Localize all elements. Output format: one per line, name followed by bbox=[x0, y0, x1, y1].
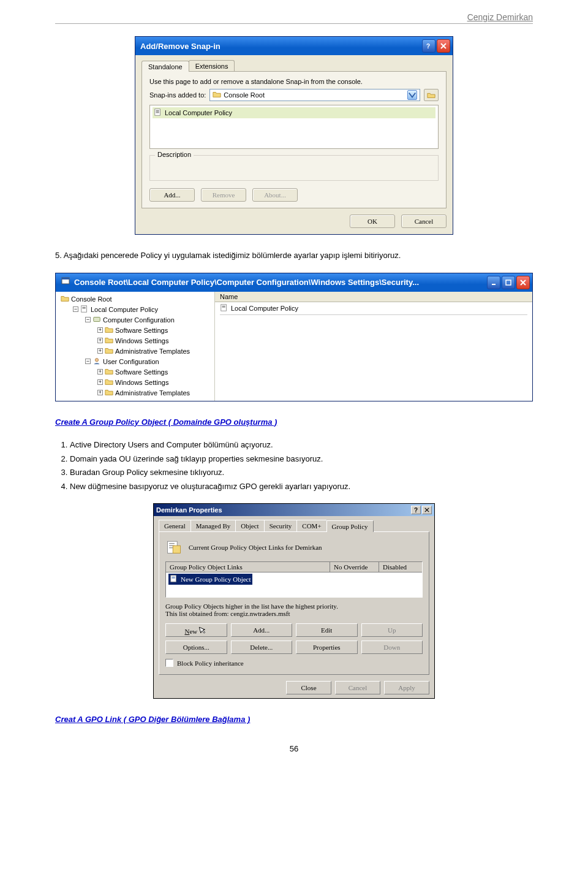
tree-user-configuration[interactable]: − User Configuration bbox=[58, 357, 214, 367]
gpo-links-caption: Current Group Policy Object Links for De… bbox=[189, 544, 322, 551]
paragraph-step5: 5. Aşağıdaki pencerede Policy yi uygulam… bbox=[55, 249, 533, 262]
tree-label: Software Settings bbox=[115, 368, 168, 376]
edit-button[interactable]: Edit bbox=[296, 623, 358, 637]
tree-admin-templates-user[interactable]: + Administrative Templates bbox=[58, 388, 214, 398]
collapse-icon[interactable]: − bbox=[73, 306, 78, 312]
snapins-combo[interactable]: Console Root bbox=[209, 89, 420, 101]
policy-icon bbox=[154, 108, 162, 118]
config-icon bbox=[92, 357, 101, 367]
expand-icon[interactable]: + bbox=[97, 369, 103, 374]
down-button[interactable]: Down bbox=[361, 641, 423, 654]
tab-standalone[interactable]: Standalone bbox=[141, 61, 189, 72]
new-button[interactable]: New bbox=[165, 623, 227, 637]
ok-button[interactable]: OK bbox=[350, 215, 395, 228]
tree-windows-settings[interactable]: + Windows Settings bbox=[58, 336, 214, 346]
tab-extensions[interactable]: Extensions bbox=[189, 60, 235, 71]
tree-software-settings-user[interactable]: + Software Settings bbox=[58, 367, 214, 378]
tab-complus[interactable]: COM+ bbox=[296, 520, 326, 531]
about-button[interactable]: About... bbox=[252, 188, 298, 202]
mmc-titlebar[interactable]: Console Root\Local Computer Policy\Compu… bbox=[56, 273, 532, 292]
cursor-icon bbox=[198, 624, 209, 636]
add-button[interactable]: Add... bbox=[149, 188, 195, 202]
list-item[interactable]: Local Computer Policy bbox=[153, 107, 435, 118]
checkbox-label: Block Policy inheritance bbox=[177, 660, 244, 667]
gpo-row-label: New Group Policy Object bbox=[181, 576, 251, 583]
expand-icon[interactable]: + bbox=[97, 338, 103, 343]
tree-label: Computer Configuration bbox=[103, 316, 175, 324]
priority-note-2: This list obtained from: cengiz.nwtrader… bbox=[165, 610, 423, 617]
close-button[interactable] bbox=[516, 276, 530, 289]
snapins-label: Snap-ins added to: bbox=[149, 91, 206, 99]
tree-local-computer-policy[interactable]: − Local Computer Policy bbox=[58, 305, 214, 315]
minimize-button[interactable] bbox=[487, 276, 500, 289]
list-column-name[interactable]: Name bbox=[215, 292, 532, 302]
step-item: Active Directory Users and Computer bölü… bbox=[70, 439, 533, 451]
tab-managed-by[interactable]: Managed By bbox=[190, 520, 236, 531]
svg-rect-11 bbox=[171, 576, 176, 582]
add-button[interactable]: Add... bbox=[231, 623, 293, 637]
tree-admin-templates[interactable]: + Administrative Templates bbox=[58, 346, 214, 357]
policy-icon bbox=[80, 305, 89, 314]
help-button[interactable]: ? bbox=[411, 506, 421, 514]
tree-windows-settings-user[interactable]: + Windows Settings bbox=[58, 378, 214, 388]
cancel-button[interactable]: Cancel bbox=[335, 681, 380, 694]
heading-gpo-link: Creat A GPO Link ( GPO Diğer Bölümlere B… bbox=[55, 715, 250, 724]
col-no-override[interactable]: No Override bbox=[330, 562, 379, 572]
apply-button[interactable]: Apply bbox=[384, 681, 429, 694]
collapse-icon[interactable]: − bbox=[85, 317, 91, 322]
browse-up-button[interactable] bbox=[424, 89, 439, 101]
maximize-button[interactable] bbox=[502, 276, 515, 289]
dialog-titlebar[interactable]: Add/Remove Snap-in ? bbox=[135, 37, 453, 55]
svg-rect-1 bbox=[155, 109, 160, 116]
list-row[interactable]: New Group Policy Object bbox=[168, 574, 252, 585]
delete-button[interactable]: Delete... bbox=[231, 641, 293, 654]
properties-button[interactable]: Properties bbox=[296, 641, 358, 654]
snapins-list[interactable]: Local Computer Policy bbox=[149, 105, 439, 149]
gpo-links-icon bbox=[165, 538, 183, 557]
dropdown-arrow-icon[interactable] bbox=[407, 90, 417, 100]
svg-rect-3 bbox=[62, 278, 69, 279]
svg-rect-4 bbox=[506, 280, 511, 285]
expand-icon[interactable]: + bbox=[97, 379, 103, 385]
expand-icon[interactable]: + bbox=[97, 327, 103, 333]
list-row[interactable]: Local Computer Policy bbox=[215, 302, 532, 314]
step-item: Domain yada OU üzerinde sağ tıklayıp pro… bbox=[70, 453, 533, 465]
tab-object[interactable]: Object bbox=[235, 520, 264, 531]
folder-icon bbox=[105, 325, 113, 335]
expand-icon[interactable]: + bbox=[97, 390, 103, 395]
svg-rect-10 bbox=[173, 546, 180, 553]
help-button[interactable]: ? bbox=[422, 39, 435, 53]
tree-software-settings[interactable]: + Software Settings bbox=[58, 325, 214, 336]
tree-label: Windows Settings bbox=[115, 337, 168, 344]
collapse-icon[interactable]: − bbox=[85, 359, 91, 364]
page-number: 56 bbox=[55, 744, 533, 753]
block-inheritance-checkbox[interactable]: Block Policy inheritance bbox=[165, 659, 423, 667]
tree-computer-configuration[interactable]: − Computer Configuration bbox=[58, 315, 214, 325]
up-button[interactable]: Up bbox=[361, 623, 423, 637]
mmc-tree[interactable]: Console Root − Local Computer Policy − C… bbox=[56, 292, 215, 401]
gpo-links-list[interactable]: Group Policy Object Links No Override Di… bbox=[165, 561, 423, 598]
col-links[interactable]: Group Policy Object Links bbox=[166, 562, 330, 572]
options-button[interactable]: Options... bbox=[165, 641, 227, 654]
step-item: New düğmesine basıpyoruz ve oluşturacağı… bbox=[70, 481, 533, 493]
col-disabled[interactable]: Disabled bbox=[379, 562, 422, 572]
remove-button[interactable]: Remove bbox=[201, 188, 246, 202]
close-button[interactable] bbox=[422, 506, 432, 514]
tree-label: Administrative Templates bbox=[115, 348, 190, 355]
tree-label: Local Computer Policy bbox=[91, 306, 158, 313]
close-button[interactable]: Close bbox=[286, 681, 331, 694]
folder-icon bbox=[105, 367, 113, 377]
properties-titlebar[interactable]: Demirkan Properties ? bbox=[154, 504, 434, 516]
tab-group-policy[interactable]: Group Policy bbox=[326, 520, 374, 532]
author-name: Cengiz Demirkan bbox=[55, 12, 533, 24]
mmc-list-pane: Name Local Computer Policy bbox=[215, 292, 532, 401]
cancel-button[interactable]: Cancel bbox=[401, 215, 447, 228]
combo-value: Console Root bbox=[224, 91, 265, 99]
properties-title: Demirkan Properties bbox=[156, 506, 222, 514]
tab-security[interactable]: Security bbox=[264, 520, 298, 531]
close-button[interactable] bbox=[437, 39, 450, 53]
tree-label: Administrative Templates bbox=[115, 389, 190, 397]
tab-general[interactable]: General bbox=[159, 520, 191, 531]
tree-console-root[interactable]: Console Root bbox=[58, 294, 214, 305]
expand-icon[interactable]: + bbox=[97, 348, 103, 354]
